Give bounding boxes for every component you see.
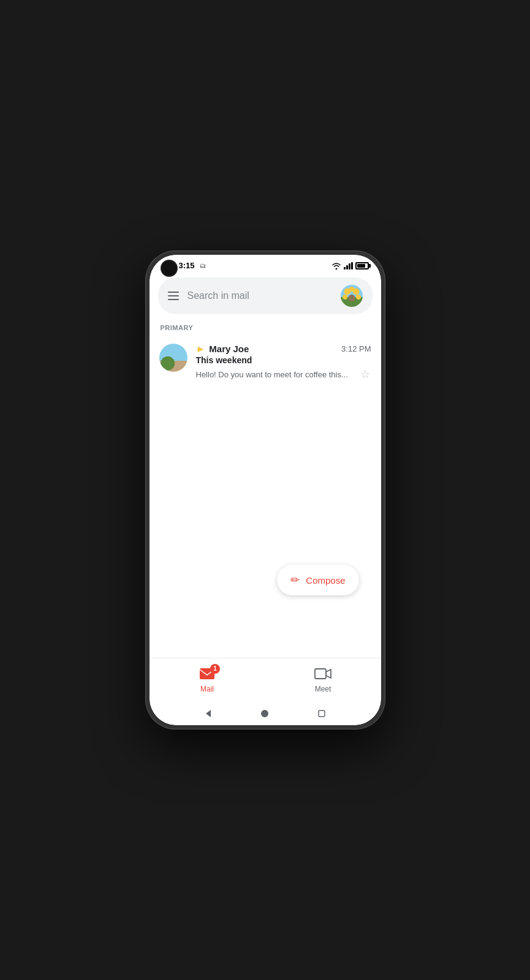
compose-pencil-icon: ✏ [290, 573, 300, 587]
sender-avatar-image [159, 344, 187, 372]
phone-frame: 3:15 🗂 [146, 251, 385, 729]
search-bar[interactable]: Search in mail [158, 277, 373, 314]
bottom-nav: 1 Mail Meet [150, 658, 381, 702]
meet-icon-container [314, 668, 331, 682]
nav-item-mail[interactable]: 1 Mail [150, 658, 265, 702]
email-body: ► Mary Joe 3:12 PM This weekend Hello! D… [196, 344, 371, 382]
signal-icon [344, 262, 353, 270]
hamburger-line-2 [168, 295, 179, 296]
nav-label-meet: Meet [315, 685, 331, 693]
home-button[interactable] [259, 708, 270, 719]
mail-icon-container: 1 [199, 668, 215, 682]
sender-avatar [159, 344, 187, 372]
avatar-image [341, 285, 363, 307]
hamburger-menu-icon[interactable] [168, 292, 179, 300]
important-icon: ► [196, 344, 206, 354]
svg-rect-4 [319, 710, 325, 717]
email-header: ► Mary Joe 3:12 PM [196, 344, 371, 354]
search-input[interactable]: Search in mail [187, 290, 332, 301]
email-time: 3:12 PM [341, 344, 371, 353]
svg-marker-2 [206, 710, 211, 717]
hamburger-line-3 [168, 299, 179, 300]
meet-icon [314, 668, 331, 680]
svg-rect-1 [315, 669, 326, 679]
mail-badge: 1 [210, 664, 220, 674]
camera-notch [161, 260, 178, 277]
status-time: 3:15 [179, 261, 195, 270]
sim-icon: 🗂 [200, 262, 206, 269]
nav-item-meet[interactable]: Meet [265, 658, 381, 702]
compose-label: Compose [306, 575, 345, 586]
sender-row: ► Mary Joe [196, 344, 249, 354]
compose-button[interactable]: ✏ Compose [277, 565, 358, 595]
android-nav [150, 702, 381, 725]
status-icons [331, 262, 369, 270]
svg-point-3 [261, 710, 268, 717]
avatar[interactable] [341, 285, 363, 307]
email-subject: This weekend [196, 355, 371, 365]
nav-label-mail: Mail [200, 685, 214, 693]
screen: 3:15 🗂 [150, 255, 381, 725]
battery-icon [355, 262, 369, 270]
email-sender: Mary Joe [209, 344, 249, 354]
star-icon[interactable]: ☆ [359, 366, 371, 382]
back-button[interactable] [203, 708, 214, 719]
hamburger-line-1 [168, 292, 179, 293]
recents-button[interactable] [316, 708, 327, 719]
table-row[interactable]: ► Mary Joe 3:12 PM This weekend Hello! D… [150, 336, 381, 390]
primary-section-label: PRIMARY [150, 322, 381, 336]
wifi-icon [331, 262, 341, 270]
email-preview: Hello! Do you want to meet for coffee th… [196, 370, 359, 379]
email-preview-row: Hello! Do you want to meet for coffee th… [196, 366, 371, 382]
status-bar: 3:15 🗂 [150, 255, 381, 273]
